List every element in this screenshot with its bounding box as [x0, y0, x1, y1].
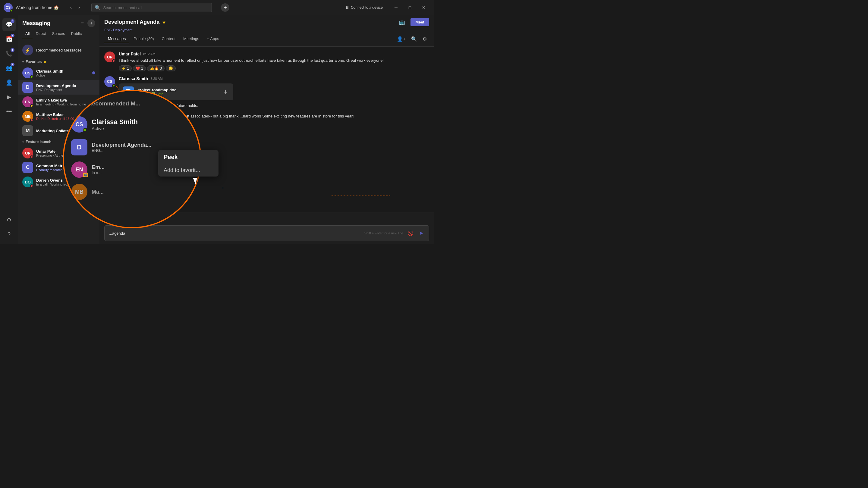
meet-button[interactable]: Meet	[410, 18, 429, 26]
reaction-lightning[interactable]: ⚡ 1	[119, 65, 132, 71]
tab-meetings[interactable]: Meetings	[180, 35, 203, 43]
dev-agenda-info: Development Agenda ENG Deployment	[36, 84, 95, 92]
mag-emily-sub: In a...	[92, 170, 104, 175]
message-input[interactable]	[109, 231, 361, 235]
search-chat-button[interactable]: 🔍	[409, 35, 420, 43]
rail-item-help[interactable]: ?	[2, 228, 16, 241]
connect-device-button[interactable]: 🖥 Connect to a device	[343, 4, 385, 11]
rail-item-chat[interactable]: 💬 5	[2, 18, 16, 31]
search-input[interactable]	[103, 5, 209, 10]
new-chat-button[interactable]: +	[221, 3, 229, 12]
tab-direct[interactable]: Direct	[33, 30, 49, 38]
mag-dev-agenda-avatar: D	[71, 139, 87, 156]
sidebar-new-button[interactable]: +	[87, 19, 95, 27]
chat-title-row: Development Agenda ★	[104, 19, 166, 25]
tab-people[interactable]: People (30)	[130, 35, 157, 43]
emily-status-dot	[30, 104, 33, 107]
clarissa-sender-name: Clarissa Smith	[119, 76, 148, 81]
context-favorite-item[interactable]: Add to favorit...	[158, 164, 218, 176]
back-button[interactable]: ‹	[68, 4, 74, 11]
tab-all[interactable]: All	[22, 30, 33, 38]
maximize-button[interactable]: □	[403, 3, 416, 12]
marketing-avatar: M	[22, 125, 33, 136]
sidebar-filter-button[interactable]: ≡	[80, 19, 85, 27]
rail-item-more[interactable]: •••	[2, 105, 16, 118]
add-people-button[interactable]: 👤+	[395, 35, 408, 43]
sidebar-title: Messaging	[22, 20, 50, 27]
clarissa-name: Clarissa Smith	[36, 69, 89, 73]
tab-public[interactable]: Public	[68, 30, 85, 38]
tab-spaces[interactable]: Spaces	[49, 30, 68, 38]
feature-launch-chevron: ▾	[22, 140, 24, 144]
search-icon: 🔍	[95, 5, 101, 10]
apps-icon: ▶	[7, 94, 11, 100]
mag-clarissa-status	[83, 128, 87, 132]
mag-matthew-row[interactable]: MB Ma...	[64, 181, 200, 203]
feature-launch-label: Feature launch	[26, 140, 51, 144]
minimize-button[interactable]: ─	[390, 3, 403, 12]
chat-settings-button[interactable]: ⚙	[420, 35, 429, 43]
mag-dev-agenda-name: Development Agenda...	[92, 142, 151, 148]
app-layout: 💬 5 📅 1 📞 1 👥 1 👤 ▶ ••• ⚙ ?	[0, 15, 434, 244]
mag-clarissa-row[interactable]: CS Clarissa Smith Active	[64, 113, 200, 136]
emily-name: Emily Nakagawa	[36, 98, 95, 102]
window-title: Working from home 🏠	[16, 5, 59, 10]
people-badge: 1	[10, 63, 14, 66]
dev-agenda-avatar: D	[22, 82, 33, 93]
matthew-status-dot	[30, 119, 33, 122]
reaction-fire[interactable]: 👍🔥 3	[147, 65, 164, 71]
mag-dev-agenda-info: Development Agenda... ENG...	[92, 142, 151, 153]
rail-item-people[interactable]: 👥 1	[2, 61, 16, 75]
contact-dev-agenda[interactable]: D Development Agenda ENG Deployment	[18, 80, 99, 95]
umar-msg-time: 8:12 AM	[143, 52, 155, 56]
context-peek-item[interactable]: Peek	[158, 150, 218, 164]
calls-badge: 1	[10, 48, 14, 52]
chrome-left: CS Working from home 🏠 ‹ › 🔍 +	[4, 3, 343, 12]
favorites-chevron: ▾	[22, 60, 24, 64]
rail-item-apps[interactable]: ▶	[2, 90, 16, 104]
reaction-heart[interactable]: ❤️ 1	[133, 65, 146, 71]
umar-avatar: UP	[22, 148, 33, 158]
tab-messages[interactable]: Messages	[104, 35, 129, 43]
rail-item-settings[interactable]: ⚙	[2, 213, 16, 227]
chrome-right: 🖥 Connect to a device ─ □ ✕	[343, 3, 430, 12]
user-avatar[interactable]: CS	[4, 3, 13, 12]
section-favorites[interactable]: ▾ Favorites ★	[18, 58, 99, 66]
chat-header-actions: 📺 Meet	[397, 18, 429, 26]
rail-item-calendar[interactable]: 📅 1	[2, 33, 16, 46]
clarissa-avatar: CS	[22, 67, 33, 78]
mag-clarissa-info: Clarissa Smith Active	[92, 118, 138, 131]
share-screen-button[interactable]: 📺	[397, 18, 407, 26]
mag-matthew-avatar: MB	[71, 184, 87, 200]
emily-status: In a meeting · Working from home	[36, 102, 95, 106]
global-search[interactable]: 🔍	[91, 3, 212, 12]
mag-emily-video: 📹	[83, 173, 88, 177]
umar-msg-text: I think we should all take a moment to r…	[119, 58, 429, 64]
tab-apps[interactable]: + Apps	[204, 35, 223, 43]
contact-clarissa-smith[interactable]: CS Clarissa Smith Active	[18, 66, 99, 80]
close-button[interactable]: ✕	[417, 3, 430, 12]
recommended-label: Recommended Messages	[36, 48, 82, 53]
cancel-edit-button[interactable]: 🚫	[406, 229, 415, 237]
rail-item-calls[interactable]: 📞 1	[2, 47, 16, 60]
clarissa-status-dot	[30, 75, 33, 78]
chat-title: Development Agenda	[104, 19, 159, 25]
tab-content[interactable]: Content	[158, 35, 179, 43]
download-button[interactable]: ⬇	[222, 87, 229, 96]
forward-button[interactable]: ›	[76, 4, 82, 11]
nav-buttons: ‹ ›	[68, 4, 83, 11]
umar-msg-header: Umar Patel 8:12 AM	[119, 52, 429, 56]
chat-star-icon[interactable]: ★	[162, 19, 166, 25]
input-hint: Shift + Enter for a new line	[364, 231, 403, 235]
clarissa-info: Clarissa Smith Active	[36, 69, 89, 77]
umar-status-dot	[30, 156, 33, 158]
chat-header: Development Agenda ★ 📺 Meet ENG Deployme…	[99, 15, 434, 47]
help-icon: ?	[7, 231, 10, 238]
clarissa-msg-time: 8:28 AM	[150, 77, 162, 80]
reaction-smile[interactable]: 😊	[166, 65, 176, 71]
rail-item-contacts[interactable]: 👤	[2, 76, 16, 89]
mag-dev-agenda-sub: ENG...	[92, 148, 151, 153]
monitor-icon: 🖥	[345, 5, 349, 10]
recommended-messages-item[interactable]: ⚡ Recommended Messages	[18, 42, 99, 58]
send-button[interactable]: ➤	[418, 229, 425, 238]
